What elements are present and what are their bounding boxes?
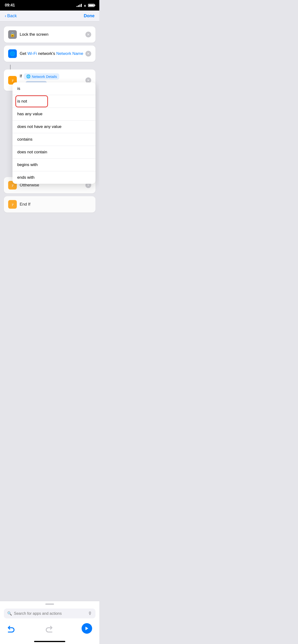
network-globe-icon: 🌐: [26, 74, 31, 78]
get-wifi-close-button[interactable]: ✕: [85, 51, 91, 56]
get-wifi-text: Get Wi-Fi network's Network Name: [20, 51, 83, 56]
lock-screen-card: 🔒 Lock the screen ✕: [4, 26, 95, 43]
lock-icon: 🔒: [8, 30, 17, 39]
back-label: Back: [7, 14, 17, 18]
if-label: If: [20, 73, 22, 78]
network-details-label: Network Details: [32, 74, 57, 78]
get-wifi-card: 🌐 Get Wi-Fi network's Network Name ✕: [4, 46, 95, 62]
nav-bar: ‹ Back Done: [0, 10, 99, 22]
end-label: End If: [20, 202, 91, 207]
globe-icon: 🌐: [8, 49, 17, 58]
done-button[interactable]: Done: [84, 14, 95, 18]
if-card: 𝛾 If 🌐 Network Details Condition ✕ is: [4, 70, 95, 91]
if-card-close-button[interactable]: ✕: [85, 78, 91, 83]
battery-icon: [88, 4, 95, 7]
condition-option-does-not-have-any-value[interactable]: does not have any value: [13, 120, 95, 133]
status-icons: ▲: [77, 3, 95, 7]
empty-area: [4, 216, 95, 263]
chevron-left-icon: ‹: [5, 14, 6, 18]
condition-option-has-any-value[interactable]: has any value: [13, 108, 95, 120]
network-middle: network's: [38, 51, 55, 56]
signal-bars-icon: [77, 4, 82, 7]
gap: [4, 193, 95, 196]
network-details-badge[interactable]: 🌐 Network Details: [24, 73, 59, 80]
lock-screen-close-button[interactable]: ✕: [85, 32, 91, 38]
condition-option-is[interactable]: is: [13, 82, 95, 95]
back-button[interactable]: ‹ Back: [5, 14, 17, 18]
lock-screen-label: Lock the screen: [20, 32, 83, 37]
condition-dropdown: is is not has any value does not have an…: [13, 82, 95, 184]
status-time: 09:41: [5, 3, 15, 8]
condition-option-ends-with[interactable]: ends with: [13, 171, 95, 184]
flow-divider: [10, 65, 11, 70]
network-detail[interactable]: Network Name: [56, 51, 83, 56]
content-area: 🔒 Lock the screen ✕ 🌐 Get Wi-Fi network'…: [0, 22, 99, 263]
condition-option-does-not-contain[interactable]: does not contain: [13, 146, 95, 158]
wifi-icon: ▲: [83, 3, 87, 7]
get-prefix: Get: [20, 51, 26, 56]
condition-option-contains[interactable]: contains: [13, 133, 95, 146]
condition-option-is-not[interactable]: is not: [13, 95, 95, 108]
status-bar: 09:41 ▲: [0, 0, 99, 10]
end-icon: 𝛾: [8, 200, 17, 209]
end-card: 𝛾 End If: [4, 196, 95, 212]
wifi-label[interactable]: Wi-Fi: [27, 51, 38, 56]
condition-option-begins-with[interactable]: begins with: [13, 158, 95, 171]
